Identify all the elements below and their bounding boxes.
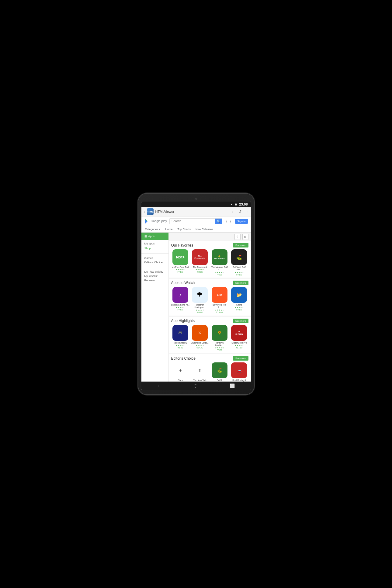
play-logo-text: Google play (151, 220, 167, 223)
sections-container: Our FavoritesSee moretext+textPlus Free … (169, 241, 251, 382)
app-card[interactable]: 📂Share★★★★★FREE (230, 287, 248, 314)
section-header: Apps to WatchSee more (171, 281, 248, 285)
status-bar: ▲ ◉ 23:08 (141, 202, 251, 207)
app-price: FREE (217, 274, 222, 276)
app-icon: ⛳ (212, 362, 227, 378)
app-price: FREE (217, 349, 222, 351)
app-price: ₹24.40 (196, 347, 203, 349)
section-title: Editor's Choice (171, 356, 196, 361)
sidebar-item-shop[interactable]: Shop (144, 246, 165, 251)
app-stars: ★★★★★ (176, 344, 185, 346)
app-icon: AS PRO (231, 325, 247, 341)
app-card[interactable]: text+textPlus Free Text★★★★★FREE (171, 249, 190, 276)
sidebar-subsection: Games Editors' Choice (141, 255, 168, 266)
app-card[interactable]: ⚔Skylanders Battle...★★★★★₹24.40 (191, 325, 209, 351)
sidebar-item-editors-choice[interactable]: Editors' Choice (144, 260, 165, 265)
app-icon: OM (212, 287, 227, 303)
browser-navigation: ← ↺ → (231, 209, 248, 214)
app-card[interactable]: 🌻Plants vs. Zombie...★★★★★FREE (210, 325, 229, 351)
play-main: ▦ Apps My apps Shop Games Editors' Choic… (141, 233, 251, 382)
app-card[interactable]: ⛳MASTERSThe Masters Golf T...★★★★★FREE (210, 249, 229, 276)
app-price: FREE (197, 271, 203, 273)
browser-app-icon-text: HTML (147, 210, 153, 213)
see-more-button[interactable]: See more (233, 319, 248, 323)
see-more-button[interactable]: See more (233, 281, 248, 285)
nav-home[interactable]: Home (165, 226, 173, 232)
back-chevron[interactable]: ‹ (144, 209, 145, 214)
app-grid: text+textPlus Free Text★★★★★FREETheEcono… (171, 249, 248, 276)
app-icon: ♪ (172, 287, 188, 303)
app-card[interactable]: TheEconomistThe Economist★★★★★FREE (191, 249, 209, 276)
settings-button[interactable]: ⚙ (242, 234, 248, 240)
nav-top-charts[interactable]: Top Charts (177, 226, 192, 232)
sidebar-item-play-activity[interactable]: My Play activity (144, 270, 165, 274)
app-card[interactable]: ⛳Golf 2★★★★★FREE (210, 362, 229, 382)
sidebar-item-games[interactable]: Games (144, 256, 165, 260)
app-icon: 🌻 (212, 325, 227, 341)
camera (195, 198, 197, 200)
app-name: Real Racing 3 (232, 379, 246, 382)
app-card[interactable]: OMI Love You Too - Z...★★★★★₹14.00 (210, 287, 229, 314)
browser-back-button[interactable]: ← (231, 209, 235, 214)
nav-back-button[interactable]: ← (157, 383, 161, 388)
app-stars: ★★★★★ (235, 271, 244, 273)
play-sidebar: ▦ Apps My apps Shop Games Editors' Choic… (141, 233, 169, 382)
app-name: Share (236, 304, 242, 306)
sidebar-item-redeem[interactable]: Redeem (144, 278, 165, 282)
app-price: FREE (236, 274, 242, 276)
content-area: Google play 🔍 ⋮⋮ Sign in Categories ▾ Ho… (141, 216, 251, 382)
app-stars: ★★★★★ (215, 347, 224, 349)
search-input[interactable] (170, 219, 215, 224)
app-grid: +Slack★★★★★FREETThe New York Times★★★★★F… (171, 362, 248, 382)
section-title: Our Favorites (171, 243, 193, 247)
app-card[interactable]: 🚗Real Racing 3★★★★★FREE (230, 362, 248, 382)
sidebar-divider-2 (141, 267, 168, 267)
app-name: Golfshot: Golf GPS... (230, 266, 248, 271)
tablet-screen: ▲ ◉ 23:08 ‹ HTML HTMLViewer ← ↺ → (141, 202, 251, 390)
app-card[interactable]: TThe New York Times★★★★★FREE (191, 362, 209, 382)
app-stars: ★★★★★ (235, 306, 244, 308)
app-icon: TheEconomist (192, 249, 208, 265)
app-card[interactable]: 🎮Neon Shadow★★★★★₹3.50 (171, 325, 190, 351)
nav-categories[interactable]: Categories ▾ (144, 226, 161, 232)
app-card[interactable]: AS PROSketchBook Pro★★★★★₹17.90 (230, 325, 248, 351)
see-more-button[interactable]: See more (233, 356, 248, 361)
sidebar-item-myapps[interactable]: My apps (144, 241, 165, 246)
nav-new-releases[interactable]: New Releases (195, 226, 214, 232)
tablet-device: ▲ ◉ 23:08 ‹ HTML HTMLViewer ← ↺ → (138, 194, 254, 394)
help-button[interactable]: ? (234, 234, 241, 240)
sidebar-apps-button[interactable]: ▦ Apps (141, 233, 168, 240)
see-more-button[interactable]: See more (233, 243, 248, 247)
section-title: Apps to Watch (171, 281, 195, 285)
section-app-highlights: App HighlightsSee more🎮Neon Shadow★★★★★₹… (169, 317, 251, 353)
sidebar-item-wishlist[interactable]: My wishlist (144, 274, 165, 278)
nav-home-button[interactable]: ⬡ (194, 383, 197, 388)
battery-icon: ◉ (235, 203, 237, 206)
app-card[interactable]: ♪Sketch-a-Song Ki...★★★★★FREE (171, 287, 190, 314)
section-editors-choice: Editor's ChoiceSee more+Slack★★★★★FREETT… (169, 354, 251, 382)
sign-in-button[interactable]: Sign in (235, 219, 248, 224)
browser-forward-button[interactable]: → (245, 209, 248, 214)
app-card[interactable]: ⛳Golfshot: Golf GPS...★★★★★FREE (230, 249, 248, 276)
play-navigation: Categories ▾ Home Top Charts New Release… (141, 226, 251, 233)
app-name: Slack (178, 379, 183, 382)
app-icon: 📂 (231, 287, 247, 303)
grid-icon[interactable]: ⋮⋮ (225, 219, 233, 223)
app-card[interactable]: 🌩Weather Undergro...★★★★★FREE (191, 287, 209, 314)
browser-refresh-button[interactable]: ↺ (238, 209, 241, 214)
wifi-icon: ▲ (230, 203, 233, 206)
app-card[interactable]: +Slack★★★★★FREE (171, 362, 190, 382)
app-price: ₹17.90 (236, 347, 242, 349)
app-icon: 🚗 (231, 362, 247, 378)
search-button[interactable]: 🔍 (215, 219, 222, 224)
search-box[interactable]: 🔍 (169, 218, 222, 224)
app-price: ₹14.00 (216, 311, 223, 314)
app-stars: ★★★★★ (176, 268, 185, 271)
section-our-favorites: Our FavoritesSee moretext+textPlus Free … (169, 241, 251, 278)
app-icon: text+ (172, 249, 188, 265)
play-logo-icon (144, 219, 150, 224)
browser-title: HTMLViewer (155, 210, 230, 213)
app-name: The Masters Golf T... (210, 266, 229, 271)
nav-recents-button[interactable]: ⬜ (230, 383, 235, 388)
sidebar-divider (141, 253, 168, 254)
